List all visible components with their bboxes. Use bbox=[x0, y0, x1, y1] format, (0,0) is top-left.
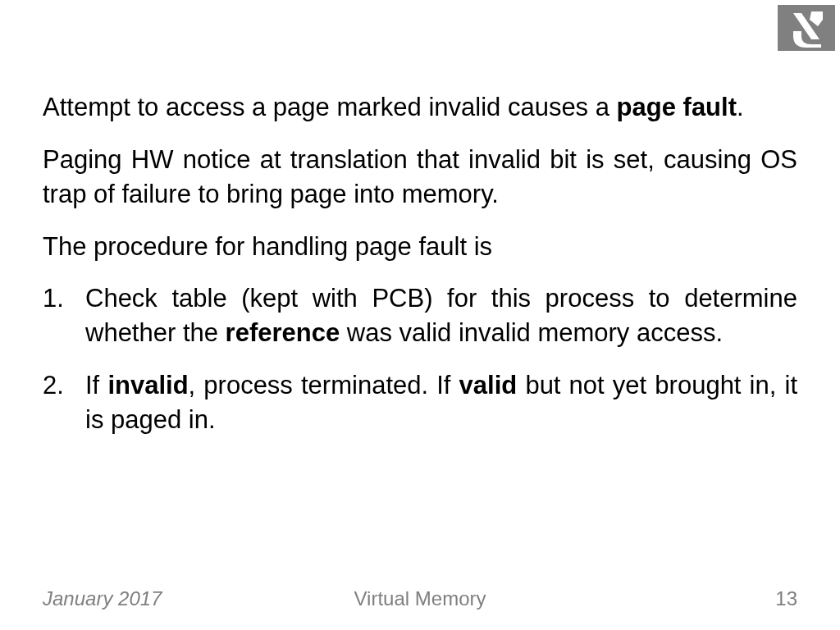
bold-text: valid bbox=[459, 371, 518, 399]
text: . bbox=[737, 93, 744, 121]
paragraph-2: Paging HW notice at translation that inv… bbox=[43, 143, 797, 212]
text: If bbox=[85, 371, 107, 399]
list-body: If invalid, process terminated. If valid… bbox=[85, 368, 797, 437]
slide-body: Attempt to access a page marked invalid … bbox=[43, 90, 797, 455]
text: was valid invalid memory access. bbox=[340, 318, 723, 347]
slide: Attempt to access a page marked invalid … bbox=[0, 0, 840, 630]
list-item: 1. Check table (kept with PCB) for this … bbox=[43, 281, 797, 350]
bold-text: invalid bbox=[107, 371, 188, 399]
paragraph-3: The procedure for handling page fault is bbox=[43, 230, 797, 264]
institution-logo bbox=[778, 5, 835, 51]
list-number: 1. bbox=[43, 281, 85, 350]
page-number: 13 bbox=[775, 587, 797, 610]
bold-text: page fault bbox=[617, 93, 737, 121]
ordered-list: 1. Check table (kept with PCB) for this … bbox=[43, 281, 797, 436]
paragraph-1: Attempt to access a page marked invalid … bbox=[43, 90, 797, 125]
footer-title: Virtual Memory bbox=[354, 587, 486, 610]
list-body: Check table (kept with PCB) for this pro… bbox=[85, 281, 797, 350]
bold-text: reference bbox=[226, 318, 340, 347]
text: Attempt to access a page marked invalid … bbox=[43, 93, 617, 121]
text: , process terminated. If bbox=[189, 371, 459, 399]
list-number: 2. bbox=[43, 368, 85, 437]
list-item: 2. If invalid, process terminated. If va… bbox=[43, 368, 797, 437]
slide-footer: January 2017 Virtual Memory 13 bbox=[0, 587, 840, 610]
aleph-icon bbox=[782, 8, 831, 48]
svg-marker-1 bbox=[810, 11, 823, 26]
footer-date: January 2017 bbox=[43, 587, 162, 610]
